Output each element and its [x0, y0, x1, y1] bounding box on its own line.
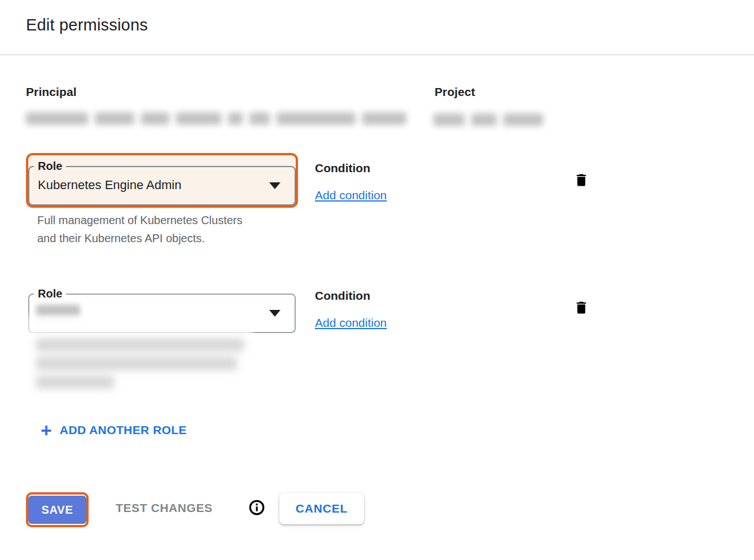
role-select-1-label: Role	[34, 159, 66, 173]
edit-permissions-dialog: Edit permissions Principal Project Role …	[0, 0, 754, 560]
test-changes-button[interactable]: TEST CHANGES	[116, 501, 213, 515]
trash-icon	[573, 172, 589, 190]
add-condition-link-2[interactable]: Add condition	[315, 316, 387, 330]
save-button[interactable]: SAVE	[28, 496, 86, 524]
project-label: Project	[435, 85, 475, 99]
condition-label-1: Condition	[315, 161, 370, 175]
principal-value-redacted	[26, 112, 406, 125]
cancel-button[interactable]: CANCEL	[279, 493, 364, 524]
page-title: Edit permissions	[26, 16, 148, 34]
add-another-role-label: ADD ANOTHER ROLE	[60, 423, 187, 437]
arrow-drop-down-icon	[269, 310, 280, 317]
info-button[interactable]	[248, 500, 265, 517]
condition-label-2: Condition	[315, 289, 370, 303]
add-another-role-button[interactable]: + ADD ANOTHER ROLE	[41, 422, 187, 438]
delete-role-button-2[interactable]	[573, 299, 590, 317]
delete-role-button-1[interactable]	[573, 172, 590, 190]
principal-label: Principal	[26, 85, 77, 99]
info-icon	[248, 499, 265, 518]
role-select-1-value: Kubernetes Engine Admin	[38, 178, 181, 193]
project-value-redacted	[433, 113, 543, 126]
header-divider	[0, 54, 754, 55]
arrow-drop-down-icon	[269, 182, 280, 189]
role-select-2-label: Role	[34, 287, 66, 300]
add-condition-link-1[interactable]: Add condition	[315, 189, 387, 202]
plus-icon: +	[41, 422, 52, 438]
trash-icon	[573, 300, 589, 317]
redaction-overlay	[28, 315, 253, 335]
role-1-description: Full management of Kubernetes Clusters a…	[37, 211, 257, 247]
